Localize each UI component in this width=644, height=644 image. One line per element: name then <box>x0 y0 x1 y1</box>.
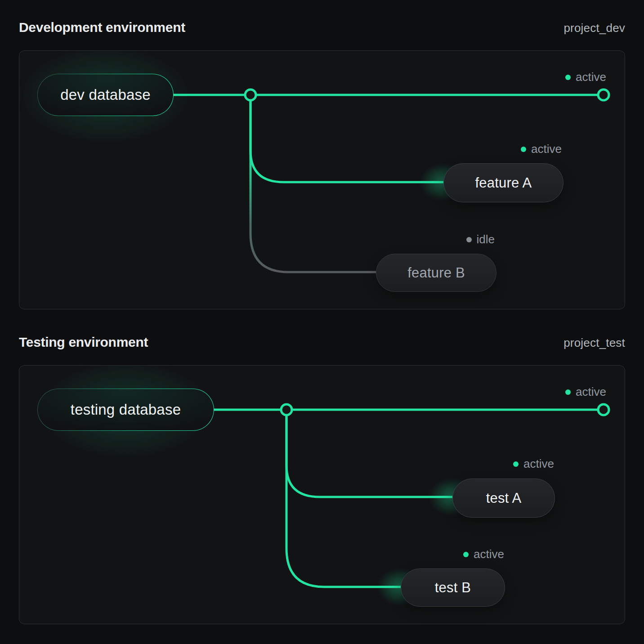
status-text: active <box>531 142 562 156</box>
branch-line-feature-a <box>250 101 443 182</box>
dev-env-panel: dev database active active feature A idl… <box>19 50 625 309</box>
status-label: active <box>463 547 504 561</box>
status-label: active <box>565 70 606 84</box>
endpoint-icon <box>598 404 609 415</box>
active-status-dot-icon <box>521 147 526 152</box>
status-text: active <box>474 547 504 561</box>
test-env-header: Testing environment project_test <box>19 335 625 354</box>
branching-illustration: Development environment project_dev <box>0 0 644 644</box>
branch-point-icon <box>281 404 292 415</box>
status-label: idle <box>466 233 495 246</box>
branch-node-label: feature A <box>475 175 532 191</box>
branch-node-label: test B <box>435 580 471 596</box>
env-title: Development environment <box>19 20 185 35</box>
status-text: active <box>523 457 554 471</box>
branch-node-feature-b[interactable]: feature B <box>376 254 496 292</box>
status-label: active <box>513 457 554 471</box>
active-status-dot-icon <box>463 552 469 557</box>
endpoint-icon <box>598 89 609 100</box>
dev-env-header: Development environment project_dev <box>19 20 625 40</box>
status-label: active <box>521 142 562 156</box>
status-label: active <box>565 385 606 399</box>
status-text: idle <box>477 233 495 246</box>
active-status-dot-icon <box>513 461 519 467</box>
branch-line-feature-b <box>250 101 376 272</box>
branch-node-test-a[interactable]: test A <box>452 479 555 518</box>
status-text: active <box>576 385 606 399</box>
env-title: Testing environment <box>19 335 148 350</box>
branch-point-icon <box>245 89 256 100</box>
status-text: active <box>576 70 606 84</box>
branch-node-test-b[interactable]: test B <box>401 568 505 607</box>
database-node[interactable]: testing database <box>37 389 214 431</box>
idle-status-dot-icon <box>466 237 472 242</box>
active-status-dot-icon <box>565 75 571 80</box>
database-node-label: testing database <box>71 401 181 418</box>
project-name: project_test <box>564 336 625 350</box>
database-node-label: dev database <box>60 86 151 103</box>
branch-line-test-b <box>286 416 401 587</box>
database-node[interactable]: dev database <box>37 74 174 116</box>
active-status-dot-icon <box>565 389 571 395</box>
branch-line-test-a <box>286 416 452 497</box>
test-env-panel: testing database active active test A ac… <box>19 365 625 624</box>
project-name: project_dev <box>564 21 625 35</box>
branch-node-feature-a[interactable]: feature A <box>443 163 564 202</box>
branch-node-label: feature B <box>407 265 465 281</box>
branch-node-label: test A <box>486 490 522 506</box>
